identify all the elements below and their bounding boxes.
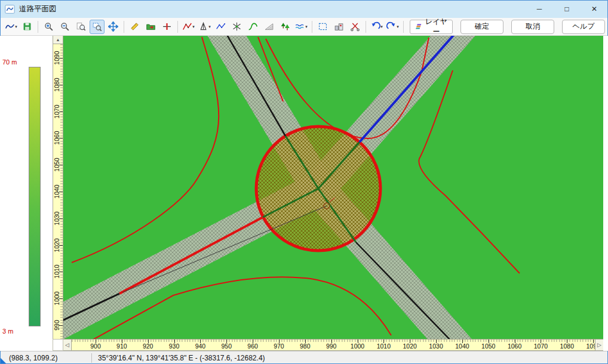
intersection-button[interactable] bbox=[229, 20, 244, 34]
planting-button[interactable] bbox=[278, 20, 293, 34]
ruler-label: 1080 bbox=[53, 75, 60, 94]
save-icon bbox=[22, 21, 32, 32]
geo-coordinates: 35°39'16.4" N, 139°41'35.8" E - (-38317.… bbox=[92, 354, 608, 362]
dropdown-arrow-icon: ▾ bbox=[305, 24, 308, 29]
station-icon bbox=[198, 21, 208, 32]
toolbar-separator bbox=[124, 21, 124, 33]
structure-icon bbox=[334, 21, 344, 32]
ruler-label: 980 bbox=[300, 343, 311, 350]
ruler-label: 940 bbox=[195, 343, 206, 350]
station-button[interactable]: ▾ bbox=[197, 20, 212, 34]
measure-button[interactable] bbox=[127, 20, 142, 34]
cursor-coordinates: (988.3, 1099.2) bbox=[7, 354, 91, 362]
cross-section-button[interactable] bbox=[159, 20, 174, 34]
ruler-corner-box bbox=[53, 339, 63, 351]
ruler-label: 1050 bbox=[481, 343, 495, 350]
ruler-label: 1010 bbox=[377, 343, 391, 350]
select-region-icon bbox=[318, 21, 328, 32]
ruler-left-button[interactable]: ◁ bbox=[63, 340, 72, 350]
status-grip-icon bbox=[0, 357, 7, 364]
curve-button[interactable] bbox=[245, 20, 260, 34]
toolbar-groups: ▾▾▾▾▾▾ bbox=[3, 20, 401, 34]
undo-button[interactable]: ▾ bbox=[369, 20, 384, 34]
ruler-label: 920 bbox=[143, 343, 153, 350]
ruler-label: 970 bbox=[274, 343, 284, 350]
window-controls: ─ □ ✕ bbox=[526, 0, 608, 18]
layer-button[interactable]: レイヤー bbox=[410, 20, 453, 34]
toolbar-actions: 確定 取消 ヘルプ bbox=[453, 20, 605, 34]
dropdown-arrow-icon: ▾ bbox=[208, 24, 211, 29]
undo-icon bbox=[370, 21, 380, 32]
confirm-button[interactable]: 確定 bbox=[460, 20, 503, 34]
ruler-label: 950 bbox=[221, 343, 232, 350]
horizontal-ruler[interactable]: ◁ ▷ 900910920930940950960970980990100010… bbox=[63, 339, 603, 351]
ruler-label: 1000 bbox=[351, 343, 364, 350]
help-button[interactable]: ヘルプ bbox=[562, 20, 605, 34]
ruler-label: 1010 bbox=[53, 262, 60, 281]
redo-button[interactable]: ▾ bbox=[385, 20, 400, 34]
alignment-button[interactable]: ▾ bbox=[181, 20, 196, 34]
legend-max-label: 70 m bbox=[2, 58, 17, 66]
elevation-legend: 70 m 3 m bbox=[0, 36, 53, 351]
measure-icon bbox=[130, 21, 140, 32]
plan-view-menu-button[interactable]: ▾ bbox=[4, 20, 19, 34]
cancel-button[interactable]: 取消 bbox=[511, 20, 554, 34]
ruler-label: 900 bbox=[90, 343, 101, 350]
ruler-label: 1030 bbox=[429, 343, 443, 350]
select-region-button[interactable] bbox=[315, 20, 330, 34]
ruler-label: 1050 bbox=[53, 155, 60, 174]
app-window: { "titlebar": { "title": "道路平面図", "minim… bbox=[0, 0, 608, 364]
toolbar-separator bbox=[403, 21, 404, 33]
ruler-label: 990 bbox=[326, 343, 337, 350]
ruler-label: 1040 bbox=[455, 343, 469, 350]
vertical-ruler[interactable]: ▲ 10901080107010601050104010301020101010… bbox=[53, 36, 63, 339]
zoom-out-icon bbox=[60, 21, 70, 32]
map-canvas[interactable] bbox=[63, 36, 603, 339]
legend-min-label: 3 m bbox=[2, 328, 13, 335]
zoom-fit-icon bbox=[76, 21, 86, 32]
zoom-window-button[interactable] bbox=[90, 20, 105, 34]
align-red-icon bbox=[182, 21, 192, 32]
layers-icon bbox=[415, 21, 423, 32]
map-canvas-wrap bbox=[63, 36, 603, 339]
save-button[interactable] bbox=[20, 20, 35, 34]
ruler-label: 910 bbox=[116, 343, 127, 350]
intersection-icon bbox=[232, 21, 242, 32]
zoom-in-button[interactable] bbox=[41, 20, 56, 34]
ruler-label: 1020 bbox=[53, 236, 60, 255]
water-icon bbox=[295, 21, 305, 32]
layer-button-label: レイヤー bbox=[425, 17, 447, 37]
water-button[interactable]: ▾ bbox=[294, 20, 309, 34]
zoom-out-button[interactable] bbox=[57, 20, 72, 34]
trees-icon bbox=[280, 21, 290, 32]
ruler-label: 1000 bbox=[53, 289, 60, 308]
structure-button[interactable] bbox=[331, 20, 346, 34]
close-button[interactable]: ✕ bbox=[581, 0, 608, 18]
minimize-button[interactable]: ─ bbox=[526, 0, 553, 18]
section-icon bbox=[162, 21, 172, 32]
toolbar: ▾▾▾▾▾▾ レイヤー 確定 取消 ヘルプ bbox=[0, 18, 608, 36]
ruler-label: 1070 bbox=[534, 343, 548, 350]
wave-icon bbox=[5, 21, 15, 32]
vertex-button[interactable] bbox=[213, 20, 228, 34]
ruler-right-button[interactable]: ▷ bbox=[595, 340, 603, 350]
ruler-label: 1080 bbox=[560, 343, 574, 350]
titlebar: 道路平面図 ─ □ ✕ bbox=[0, 0, 608, 18]
toolbar-separator bbox=[38, 21, 38, 33]
app-icon bbox=[5, 4, 15, 14]
zoom-fit-button[interactable] bbox=[73, 20, 88, 34]
slope-icon bbox=[264, 21, 274, 32]
trim-button[interactable] bbox=[348, 20, 363, 34]
ruler-label: 960 bbox=[247, 343, 258, 350]
dropdown-arrow-icon: ▾ bbox=[397, 24, 399, 29]
toolbar-separator bbox=[177, 21, 178, 33]
slope-button[interactable] bbox=[262, 20, 277, 34]
maximize-button[interactable]: □ bbox=[553, 0, 581, 18]
dropdown-arrow-icon: ▾ bbox=[15, 24, 17, 29]
toolbar-separator bbox=[312, 21, 312, 33]
pan-button[interactable] bbox=[106, 20, 121, 34]
dropdown-arrow-icon: ▾ bbox=[380, 24, 383, 29]
ruler-up-button[interactable]: ▲ bbox=[53, 36, 63, 44]
statusbar: (988.3, 1099.2) 35°39'16.4" N, 139°41'35… bbox=[0, 351, 608, 364]
import-road-button[interactable] bbox=[143, 20, 158, 34]
